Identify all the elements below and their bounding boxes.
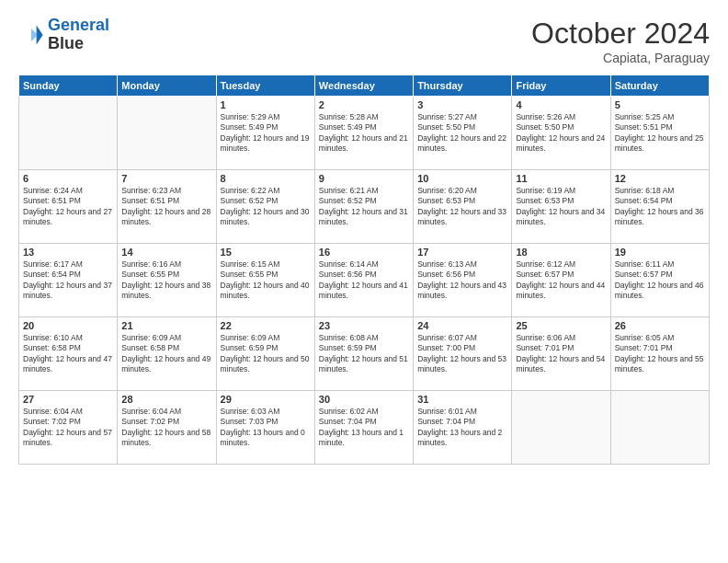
calendar-cell: 1Sunrise: 5:29 AM Sunset: 5:49 PM Daylig… (216, 97, 314, 170)
cell-info: Sunrise: 6:24 AM Sunset: 6:51 PM Dayligh… (23, 186, 113, 228)
day-header-wednesday: Wednesday (314, 75, 413, 97)
cell-info: Sunrise: 6:02 AM Sunset: 7:04 PM Dayligh… (319, 407, 409, 449)
cell-info: Sunrise: 6:06 AM Sunset: 7:01 PM Dayligh… (516, 333, 606, 375)
cell-info: Sunrise: 5:26 AM Sunset: 5:50 PM Dayligh… (516, 112, 606, 155)
calendar-cell: 7Sunrise: 6:23 AM Sunset: 6:51 PM Daylig… (118, 170, 216, 244)
day-header-monday: Monday (118, 75, 216, 97)
calendar-cell: 4Sunrise: 5:26 AM Sunset: 5:50 PM Daylig… (512, 97, 610, 170)
calendar-cell: 24Sunrise: 6:07 AM Sunset: 7:00 PM Dayli… (414, 317, 512, 391)
cell-info: Sunrise: 6:08 AM Sunset: 6:59 PM Dayligh… (319, 333, 409, 375)
cell-info: Sunrise: 6:23 AM Sunset: 6:51 PM Dayligh… (121, 186, 211, 228)
cell-info: Sunrise: 5:25 AM Sunset: 5:51 PM Dayligh… (615, 112, 705, 155)
logo-icon (18, 22, 44, 48)
day-header-saturday: Saturday (610, 75, 709, 97)
cell-info: Sunrise: 6:09 AM Sunset: 6:59 PM Dayligh… (221, 333, 311, 375)
day-number: 26 (615, 320, 705, 331)
calendar-cell: 6Sunrise: 6:24 AM Sunset: 6:51 PM Daylig… (19, 170, 118, 244)
day-number: 31 (417, 394, 507, 405)
week-row-4: 27Sunrise: 6:04 AM Sunset: 7:02 PM Dayli… (19, 391, 710, 465)
calendar-cell: 23Sunrise: 6:08 AM Sunset: 6:59 PM Dayli… (314, 317, 413, 391)
calendar-cell: 16Sunrise: 6:14 AM Sunset: 6:56 PM Dayli… (314, 244, 413, 317)
cell-info: Sunrise: 6:20 AM Sunset: 6:53 PM Dayligh… (417, 186, 507, 228)
calendar-cell (610, 391, 709, 465)
day-number: 3 (417, 99, 507, 110)
logo-line2: Blue (48, 35, 109, 53)
calendar-cell: 9Sunrise: 6:21 AM Sunset: 6:52 PM Daylig… (314, 170, 413, 244)
logo-text: General Blue (48, 17, 109, 53)
cell-info: Sunrise: 5:28 AM Sunset: 5:49 PM Dayligh… (319, 112, 409, 155)
title-block: October 2024 Capiata, Paraguay (531, 17, 710, 65)
month-title: October 2024 (531, 17, 710, 51)
day-number: 11 (516, 173, 606, 184)
calendar-cell: 26Sunrise: 6:05 AM Sunset: 7:01 PM Dayli… (610, 317, 709, 391)
week-row-3: 20Sunrise: 6:10 AM Sunset: 6:58 PM Dayli… (19, 317, 710, 391)
cell-info: Sunrise: 6:05 AM Sunset: 7:01 PM Dayligh… (615, 333, 705, 375)
day-number: 28 (121, 394, 211, 405)
cell-info: Sunrise: 6:04 AM Sunset: 7:02 PM Dayligh… (23, 407, 113, 449)
day-number: 20 (23, 320, 113, 331)
calendar-cell: 21Sunrise: 6:09 AM Sunset: 6:58 PM Dayli… (118, 317, 216, 391)
calendar-cell: 30Sunrise: 6:02 AM Sunset: 7:04 PM Dayli… (314, 391, 413, 465)
day-number: 7 (121, 173, 211, 184)
calendar-cell: 11Sunrise: 6:19 AM Sunset: 6:53 PM Dayli… (512, 170, 610, 244)
day-number: 16 (319, 247, 409, 258)
cell-info: Sunrise: 6:13 AM Sunset: 6:56 PM Dayligh… (417, 259, 507, 302)
day-number: 17 (417, 247, 507, 258)
calendar-cell: 5Sunrise: 5:25 AM Sunset: 5:51 PM Daylig… (610, 97, 709, 170)
day-number: 23 (319, 320, 409, 331)
calendar-cell: 25Sunrise: 6:06 AM Sunset: 7:01 PM Dayli… (512, 317, 610, 391)
day-number: 9 (319, 173, 409, 184)
cell-info: Sunrise: 6:15 AM Sunset: 6:55 PM Dayligh… (221, 259, 311, 302)
logo-line1: General (48, 16, 109, 34)
day-number: 6 (23, 173, 113, 184)
day-number: 27 (23, 394, 113, 405)
calendar-cell (19, 97, 118, 170)
cell-info: Sunrise: 6:11 AM Sunset: 6:57 PM Dayligh… (615, 259, 705, 302)
calendar-cell: 15Sunrise: 6:15 AM Sunset: 6:55 PM Dayli… (216, 244, 314, 317)
day-number: 25 (516, 320, 606, 331)
week-row-1: 6Sunrise: 6:24 AM Sunset: 6:51 PM Daylig… (19, 170, 710, 244)
day-number: 30 (319, 394, 409, 405)
day-header-tuesday: Tuesday (216, 75, 314, 97)
header: General Blue October 2024 Capiata, Parag… (18, 17, 710, 65)
cell-info: Sunrise: 6:16 AM Sunset: 6:55 PM Dayligh… (121, 259, 211, 302)
day-header-sunday: Sunday (19, 75, 118, 97)
day-number: 24 (417, 320, 507, 331)
cell-info: Sunrise: 6:09 AM Sunset: 6:58 PM Dayligh… (121, 333, 211, 375)
calendar-cell: 13Sunrise: 6:17 AM Sunset: 6:54 PM Dayli… (19, 244, 118, 317)
cell-info: Sunrise: 6:17 AM Sunset: 6:54 PM Dayligh… (23, 259, 113, 302)
day-number: 18 (516, 247, 606, 258)
cell-info: Sunrise: 6:10 AM Sunset: 6:58 PM Dayligh… (23, 333, 113, 375)
cell-info: Sunrise: 6:03 AM Sunset: 7:03 PM Dayligh… (221, 407, 311, 449)
calendar-cell: 18Sunrise: 6:12 AM Sunset: 6:57 PM Dayli… (512, 244, 610, 317)
day-number: 1 (221, 99, 311, 110)
day-number: 29 (221, 394, 311, 405)
calendar-header-row: SundayMondayTuesdayWednesdayThursdayFrid… (19, 75, 710, 97)
cell-info: Sunrise: 6:18 AM Sunset: 6:54 PM Dayligh… (615, 186, 705, 228)
cell-info: Sunrise: 6:21 AM Sunset: 6:52 PM Dayligh… (319, 186, 409, 228)
day-number: 5 (615, 99, 705, 110)
day-number: 22 (221, 320, 311, 331)
cell-info: Sunrise: 5:27 AM Sunset: 5:50 PM Dayligh… (417, 112, 507, 155)
logo: General Blue (18, 17, 109, 53)
calendar-cell: 22Sunrise: 6:09 AM Sunset: 6:59 PM Dayli… (216, 317, 314, 391)
calendar-cell: 10Sunrise: 6:20 AM Sunset: 6:53 PM Dayli… (414, 170, 512, 244)
cell-info: Sunrise: 6:07 AM Sunset: 7:00 PM Dayligh… (417, 333, 507, 375)
calendar-cell (118, 97, 216, 170)
day-number: 2 (319, 99, 409, 110)
day-number: 12 (615, 173, 705, 184)
day-number: 4 (516, 99, 606, 110)
day-number: 21 (121, 320, 211, 331)
week-row-2: 13Sunrise: 6:17 AM Sunset: 6:54 PM Dayli… (19, 244, 710, 317)
page: General Blue October 2024 Capiata, Parag… (0, 0, 728, 563)
calendar-cell: 27Sunrise: 6:04 AM Sunset: 7:02 PM Dayli… (19, 391, 118, 465)
cell-info: Sunrise: 6:22 AM Sunset: 6:52 PM Dayligh… (221, 186, 311, 228)
cell-info: Sunrise: 6:04 AM Sunset: 7:02 PM Dayligh… (121, 407, 211, 449)
calendar-cell: 28Sunrise: 6:04 AM Sunset: 7:02 PM Dayli… (118, 391, 216, 465)
calendar-cell: 3Sunrise: 5:27 AM Sunset: 5:50 PM Daylig… (414, 97, 512, 170)
day-number: 14 (121, 247, 211, 258)
day-header-friday: Friday (512, 75, 610, 97)
calendar-cell: 20Sunrise: 6:10 AM Sunset: 6:58 PM Dayli… (19, 317, 118, 391)
calendar-cell (512, 391, 610, 465)
cell-info: Sunrise: 6:01 AM Sunset: 7:04 PM Dayligh… (417, 407, 507, 449)
